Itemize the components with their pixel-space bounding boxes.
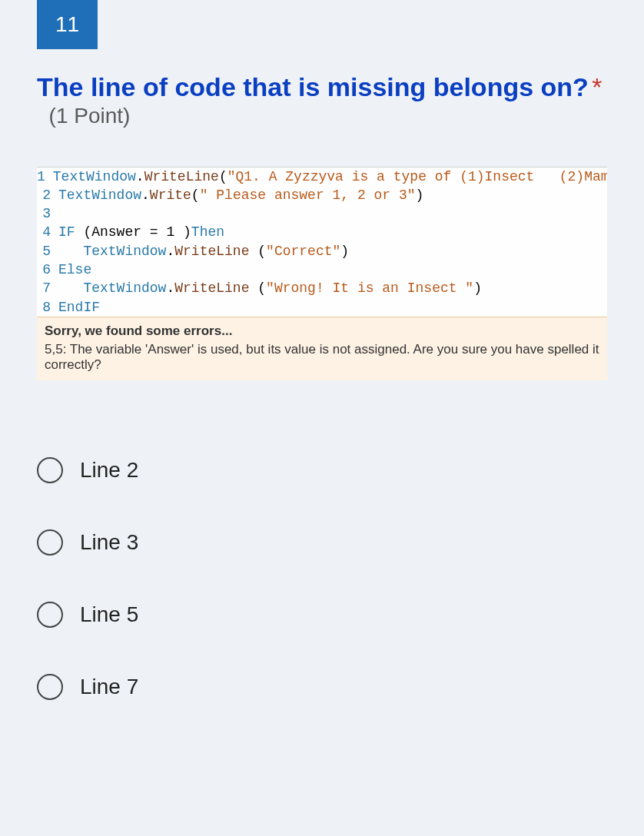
code-line: 8EndIF [37,298,607,317]
line-number: 7 [37,279,58,297]
code-line: 5 TextWindow.WriteLine ("Correct") [37,242,607,260]
code-line: 4IF (Answer = 1 )Then [37,223,607,241]
option-row[interactable]: Line 7 [37,651,607,723]
code-line: 1TextWindow.WriteLine("Q1. A Zyzzyva is … [37,168,607,186]
points-label: (1 Point) [37,104,130,128]
line-number: 6 [37,260,58,279]
error-panel: Sorry, we found some errors... 5,5: The … [37,317,607,380]
option-label: Line 3 [80,530,138,555]
line-number: 5 [37,242,58,260]
radio-icon[interactable] [37,457,63,483]
option-row[interactable]: Line 5 [37,579,607,651]
option-label: Line 7 [80,675,138,699]
line-number: 3 [37,204,58,223]
error-detail: 5,5: The variable 'Answer' is used, but … [45,342,599,373]
code-editor-panel: 1TextWindow.WriteLine("Q1. A Zyzzyva is … [37,167,607,317]
option-label: Line 5 [80,602,138,627]
line-content [58,204,607,223]
line-number: 8 [37,298,58,317]
question-card: 11 The line of code that is missing belo… [0,0,644,754]
line-number: 2 [37,186,58,204]
line-content: TextWindow.WriteLine("Q1. A Zyzzyva is a… [53,168,607,186]
line-content: EndIF [58,298,607,317]
question-title: The line of code that is missing belongs… [37,72,589,101]
question-number-badge: 11 [37,0,98,49]
code-screenshot: 1TextWindow.WriteLine("Q1. A Zyzzyva is … [37,167,607,380]
line-number: 4 [37,223,58,241]
option-label: Line 2 [80,458,138,483]
radio-icon[interactable] [37,602,63,628]
code-line: 3 [37,204,607,223]
required-asterisk: * [592,72,602,101]
option-row[interactable]: Line 3 [37,506,607,579]
line-content: IF (Answer = 1 )Then [58,223,607,241]
line-content: TextWindow.WriteLine ("Wrong! It is an I… [58,279,607,297]
radio-icon[interactable] [37,674,63,700]
options-group: Line 2Line 3Line 5Line 7 [37,426,607,723]
code-line: 2TextWindow.Write(" Please answer 1, 2 o… [37,186,607,204]
error-heading: Sorry, we found some errors... [45,323,599,339]
radio-icon[interactable] [37,529,63,556]
line-content: Else [58,260,607,279]
option-row[interactable]: Line 2 [37,434,607,506]
line-content: TextWindow.Write(" Please answer 1, 2 or… [58,186,607,204]
line-content: TextWindow.WriteLine ("Correct") [58,242,607,260]
line-number: 1 [37,168,53,186]
code-line: 7 TextWindow.WriteLine ("Wrong! It is an… [37,279,607,297]
question-heading: The line of code that is missing belongs… [37,71,607,128]
code-line: 6Else [37,260,607,279]
